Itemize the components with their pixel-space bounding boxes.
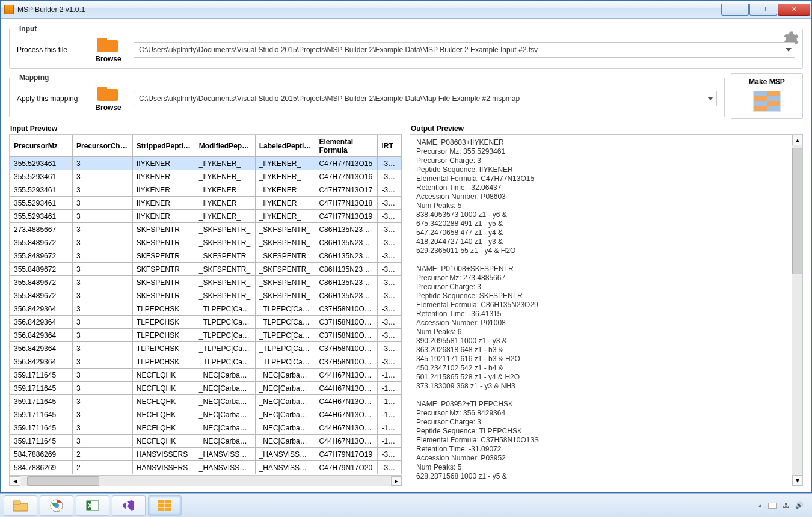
table-cell[interactable]: IIYKENER	[132, 157, 195, 170]
table-row[interactable]: 356.84293643TLPEPCHSK_TLPEPC[Carba..._TL…	[10, 329, 402, 342]
table-cell[interactable]: C37H58N10O1...	[315, 355, 378, 369]
column-header[interactable]: iRT	[378, 135, 402, 157]
table-cell[interactable]: 3	[72, 183, 132, 197]
table-cell[interactable]: _IIYKENER_	[255, 157, 315, 170]
table-cell[interactable]: 3	[72, 435, 132, 448]
scrollbar-thumb[interactable]	[27, 476, 99, 486]
table-row[interactable]: 359.17116453NECFLQHK_NEC[Carbamid..._NEC…	[10, 382, 402, 395]
table-cell[interactable]: -32.0	[378, 183, 402, 197]
table-cell[interactable]: IIYKENER	[132, 197, 195, 210]
table-cell[interactable]: C44H67N13O1...	[315, 382, 378, 395]
taskbar-visualstudio[interactable]	[112, 495, 146, 516]
table-cell[interactable]: C86H135N23O...	[315, 263, 378, 276]
table-cell[interactable]: 3	[72, 263, 132, 276]
column-header[interactable]: LabeledPeptide	[255, 135, 315, 157]
table-cell[interactable]: 3	[72, 276, 132, 289]
table-cell[interactable]: TLPEPCHSK	[132, 355, 195, 369]
table-cell[interactable]: 359.1711645	[10, 395, 73, 408]
table-cell[interactable]: -18.8	[378, 421, 402, 435]
table-row[interactable]: 359.17116453NECFLQHK_NEC[Carbamid..._NEC…	[10, 395, 402, 408]
table-cell[interactable]: 3	[72, 382, 132, 395]
table-cell[interactable]: 355.5293461	[10, 197, 73, 210]
table-cell[interactable]: -36.4	[378, 276, 402, 289]
table-cell[interactable]: _SKFSPENTR_	[195, 276, 255, 289]
table-cell[interactable]: -34.9	[378, 461, 402, 474]
table-cell[interactable]: _SKFSPENTR_	[255, 263, 315, 276]
table-cell[interactable]: 355.8489672	[10, 276, 73, 289]
table-cell[interactable]: TLPEPCHSK	[132, 316, 195, 329]
table-row[interactable]: 356.84293643TLPEPCHSK_TLPEPC[Carba..._TL…	[10, 316, 402, 329]
table-cell[interactable]: C47H77N13O19	[315, 210, 378, 223]
tray-flag-icon[interactable]	[768, 503, 777, 509]
table-cell[interactable]: 3	[72, 210, 132, 223]
table-cell[interactable]: _TLPEPC[Carba...	[255, 316, 315, 329]
table-cell[interactable]: C47H77N13O15	[315, 157, 378, 170]
table-cell[interactable]: 359.1711645	[10, 369, 73, 382]
table-cell[interactable]: -18.8	[378, 395, 402, 408]
table-cell[interactable]: -34.9	[378, 448, 402, 461]
column-header[interactable]: PrecursorCharge	[72, 135, 132, 157]
table-row[interactable]: 359.17116453NECFLQHK_NEC[Carbamid..._NEC…	[10, 421, 402, 435]
scroll-left-arrow[interactable]: ◂	[10, 476, 20, 486]
table-cell[interactable]: SKFSPENTR	[132, 236, 195, 249]
table-cell[interactable]: NECFLQHK	[132, 382, 195, 395]
scrollbar-thumb[interactable]	[792, 148, 802, 274]
table-cell[interactable]: 355.5293461	[10, 170, 73, 183]
table-cell[interactable]: SKFSPENTR	[132, 263, 195, 276]
tray-chevron-icon[interactable]: ▴	[758, 501, 762, 509]
table-cell[interactable]: -31.0	[378, 329, 402, 342]
horizontal-scrollbar[interactable]: ◂ ▸	[10, 475, 402, 486]
table-cell[interactable]: _TLPEPC[Carba...	[195, 316, 255, 329]
table-cell[interactable]: 356.8429364	[10, 329, 73, 342]
close-button[interactable]: ✕	[778, 4, 810, 16]
table-cell[interactable]: _NEC[Carbamid...	[255, 435, 315, 448]
table-cell[interactable]: NECFLQHK	[132, 435, 195, 448]
table-row[interactable]: 584.78862692HANSVISSERS_HANSVISSERS__HAN…	[10, 448, 402, 461]
table-cell[interactable]: _SKFSPENTR_	[255, 276, 315, 289]
table-cell[interactable]: C37H58N10O1...	[315, 342, 378, 355]
output-preview-text[interactable]: NAME: P08603+IIYKENER Precursor Mz: 355.…	[410, 135, 802, 486]
input-browse-button[interactable]: Browse	[91, 37, 125, 63]
table-cell[interactable]: _SKFSPENTR_	[195, 263, 255, 276]
table-cell[interactable]: 355.8489672	[10, 289, 73, 302]
table-cell[interactable]: C86H135N23O...	[315, 223, 378, 236]
table-cell[interactable]: _IIYKENER_	[195, 183, 255, 197]
table-cell[interactable]: _IIYKENER_	[195, 170, 255, 183]
table-cell[interactable]: C47H79N17O19	[315, 448, 378, 461]
table-cell[interactable]: _NEC[Carbamid...	[195, 435, 255, 448]
table-row[interactable]: 356.84293643TLPEPCHSK_TLPEPC[Carba..._TL…	[10, 355, 402, 369]
table-cell[interactable]: _SKFSPENTR_	[255, 236, 315, 249]
table-cell[interactable]: 359.1711645	[10, 421, 73, 435]
table-row[interactable]: 359.17116453NECFLQHK_NEC[Carbamid..._NEC…	[10, 369, 402, 382]
table-cell[interactable]: C44H67N13O1...	[315, 395, 378, 408]
table-row[interactable]: 355.84896723SKFSPENTR_SKFSPENTR__SKFSPEN…	[10, 263, 402, 276]
maximize-button[interactable]: ☐	[749, 4, 777, 16]
table-cell[interactable]: 355.5293461	[10, 210, 73, 223]
table-cell[interactable]: _NEC[Carbamid...	[195, 395, 255, 408]
table-cell[interactable]: _SKFSPENTR_	[195, 223, 255, 236]
table-cell[interactable]: TLPEPCHSK	[132, 342, 195, 355]
table-cell[interactable]: 356.8429364	[10, 302, 73, 316]
scroll-down-arrow[interactable]: ▾	[792, 475, 802, 486]
table-cell[interactable]: C47H77N13O16	[315, 170, 378, 183]
table-cell[interactable]: IIYKENER	[132, 183, 195, 197]
table-row[interactable]: 355.52934613IIYKENER_IIYKENER__IIYKENER_…	[10, 210, 402, 223]
table-cell[interactable]: 3	[72, 355, 132, 369]
table-row[interactable]: 355.52934613IIYKENER_IIYKENER__IIYKENER_…	[10, 197, 402, 210]
table-cell[interactable]: NECFLQHK	[132, 369, 195, 382]
table-cell[interactable]: 2	[72, 461, 132, 474]
table-cell[interactable]: _IIYKENER_	[195, 197, 255, 210]
table-cell[interactable]: 359.1711645	[10, 435, 73, 448]
table-cell[interactable]: _IIYKENER_	[255, 197, 315, 210]
table-cell[interactable]: _TLPEPC[Carba...	[255, 302, 315, 316]
table-cell[interactable]: 3	[72, 316, 132, 329]
table-cell[interactable]: 359.1711645	[10, 382, 73, 395]
table-cell[interactable]: C86H135N23O...	[315, 289, 378, 302]
table-cell[interactable]: C37H58N10O1...	[315, 302, 378, 316]
table-cell[interactable]: -32.0	[378, 197, 402, 210]
table-cell[interactable]: 584.7886269	[10, 448, 73, 461]
table-cell[interactable]: _IIYKENER_	[195, 210, 255, 223]
table-cell[interactable]: _TLPEPC[Carba...	[255, 342, 315, 355]
taskbar-explorer[interactable]	[4, 495, 37, 516]
table-cell[interactable]: HANSVISSERS	[132, 448, 195, 461]
